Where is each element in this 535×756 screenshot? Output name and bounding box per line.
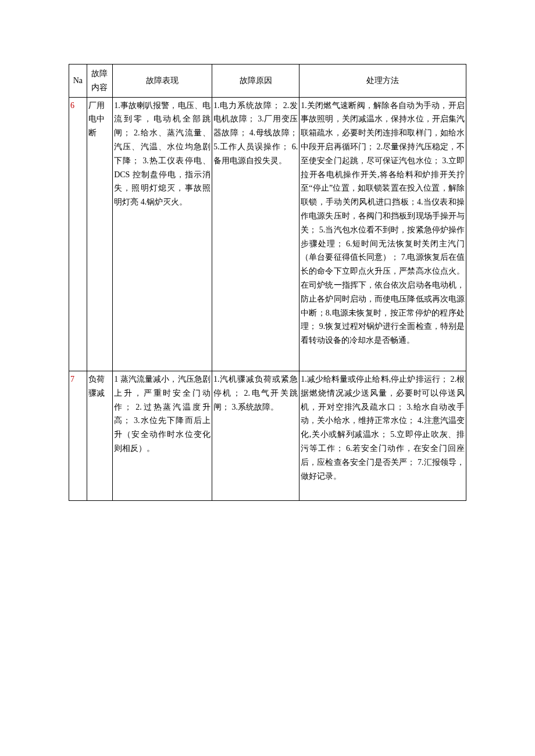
cell-cause: 1.汽机骤减负荷或紧急停机； 2.电气开关跳闸； 3.系统故障。	[212, 371, 299, 500]
cell-content: 厂用电中断	[87, 97, 112, 371]
cell-manifestation: 1 蒸汽流量减小，汽压急剧上升，严重时安全门动作； 2.过热蒸汽温度升高； 3.…	[113, 371, 212, 500]
header-cause: 故障原因	[212, 65, 299, 98]
table-row: 7 负荷骤减 1 蒸汽流量减小，汽压急剧上升，严重时安全门动作； 2.过热蒸汽温…	[69, 371, 466, 500]
cell-method: 1.减少给料量或停止给料,停止炉排运行； 2.根据燃烧情况减少送风量，必要时可以…	[299, 371, 466, 500]
header-manifestation: 故障表现	[113, 65, 212, 98]
cell-content: 负荷骤减	[87, 371, 112, 500]
cell-manifestation: 1.事故喇叭报警，电压、电流到零，电动机全部跳闸； 2.给水、蒸汽流量、汽压、汽…	[113, 97, 212, 371]
cell-na: 7	[69, 371, 87, 500]
header-method: 处理方法	[299, 65, 466, 98]
header-na: Na	[69, 65, 87, 98]
cell-na: 6	[69, 97, 87, 371]
fault-table: Na 故障内容 故障表现 故障原因 处理方法 6 厂用电中断 1.事故喇叭报警，…	[69, 64, 466, 501]
table-row: 6 厂用电中断 1.事故喇叭报警，电压、电流到零，电动机全部跳闸； 2.给水、蒸…	[69, 97, 466, 371]
cell-method: 1.关闭燃气速断阀，解除各自动为手动，开启事故照明，关闭减温水，保持水位，开启集…	[299, 97, 466, 371]
header-content: 故障内容	[87, 65, 112, 98]
table-header-row: Na 故障内容 故障表现 故障原因 处理方法	[69, 65, 466, 98]
cell-cause: 1.电力系统故障； 2.发电机故障； 3.厂用变压器故障； 4.母线故障； 5.…	[212, 97, 299, 371]
